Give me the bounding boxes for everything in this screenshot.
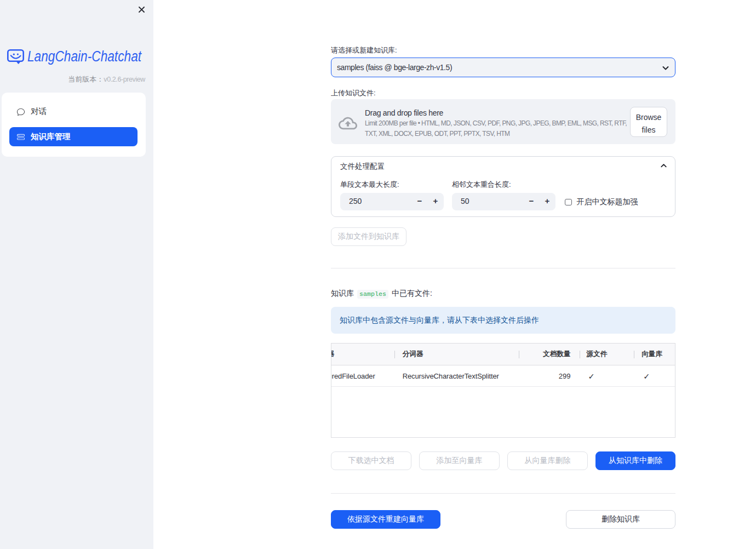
logo: LangChain-Chatchat — [7, 48, 146, 65]
hdd-stack-icon — [17, 133, 25, 141]
column-header-loader-label: 文档加载器 — [331, 350, 334, 359]
column-header-in-folder[interactable]: 源文件 — [580, 344, 634, 365]
overlap-decrement-button[interactable]: − — [523, 193, 540, 210]
cloud-upload-icon — [339, 114, 357, 133]
cell-loader-text: UnstructuredFileLoader — [331, 372, 375, 380]
file-uploader-dropzone[interactable]: Drag and drop files here Limit 200MB per… — [331, 99, 675, 144]
kb-select[interactable]: samples (faiss @ bge-large-zh-v1.5) — [331, 58, 675, 77]
chunk-size-increment-button[interactable]: + — [427, 193, 444, 210]
kb-name-code: samples — [357, 290, 388, 299]
kb-files-table[interactable]: 文档加载器 分词器 文档数量 源文件 向量库 UnstructuredFileL… — [331, 343, 675, 438]
chunk-size-decrement-button[interactable]: − — [411, 193, 428, 210]
overlap-value: 50 — [461, 197, 469, 205]
table-header-row: 文档加载器 分词器 文档数量 源文件 向量库 — [331, 344, 675, 365]
add-to-vectorstore-button[interactable]: 添加至向量库 — [419, 451, 500, 470]
rebuild-vectorstore-button[interactable]: 依据源文件重建向量库 — [331, 510, 440, 529]
kb-select-value: samples (faiss @ bge-large-zh-v1.5) — [337, 63, 452, 72]
chat-icon — [17, 108, 25, 116]
file-config-expander: 文件处理配置 单段文本最大长度: 相邻文本重合长度: 250 − + 50 − … — [331, 156, 675, 217]
cell-in-db: ✓ — [634, 366, 675, 386]
menu-item-label: 知识库管理 — [31, 131, 71, 142]
checkbox-label: 开启中文标题加强 — [577, 197, 638, 207]
logo-text: LangChain-Chatchat — [27, 48, 141, 65]
dropzone-title: Drag and drop files here — [365, 108, 630, 117]
kb-files-prefix: 知识库 — [331, 289, 354, 298]
chunk-size-input[interactable]: 250 − + — [340, 193, 444, 210]
browse-files-button[interactable]: Browse files — [630, 107, 667, 137]
overlap-increment-button[interactable]: + — [539, 193, 555, 210]
chevron-up-icon — [660, 162, 668, 170]
sidebar-menu: 对话 知识库管理 — [2, 93, 146, 157]
check-icon: ✓ — [643, 372, 650, 381]
add-files-button[interactable]: 添加文件到知识库 — [331, 227, 406, 246]
column-header-in-db[interactable]: 向量库 — [634, 344, 675, 365]
expander-title: 文件处理配置 — [340, 162, 385, 171]
cell-in-folder: ✓ — [580, 366, 634, 386]
overlap-input[interactable]: 50 − + — [452, 193, 555, 210]
uploader-label: 上传知识文件: — [331, 88, 376, 98]
column-header-splitter[interactable]: 分词器 — [394, 344, 519, 365]
dropzone-instructions: Drag and drop files here Limit 200MB per… — [365, 108, 630, 139]
column-header-count-label: 文档数量 — [543, 350, 570, 359]
column-header-splitter-label: 分词器 — [403, 350, 423, 359]
version-line: 当前版本：v0.2.6-preview — [68, 75, 145, 84]
info-alert-text: 知识库中包含源文件与向量库，请从下表中选择文件后操作 — [340, 316, 539, 325]
dropzone-limits: Limit 200MB per file • HTML, MD, JSON, C… — [365, 118, 630, 139]
cell-splitter: RecursiveCharacterTextSplitter — [394, 366, 519, 386]
chunk-size-value: 250 — [349, 197, 362, 205]
chevron-down-icon — [661, 64, 670, 72]
menu-item-knowledge-base[interactable]: 知识库管理 — [9, 127, 138, 146]
zh-title-enhance-checkbox[interactable]: 开启中文标题加强 — [565, 197, 638, 207]
check-icon: ✓ — [588, 372, 594, 381]
overlap-label: 相邻文本重合长度: — [452, 180, 511, 190]
menu-item-dialogue[interactable]: 对话 — [9, 102, 138, 121]
table-row[interactable]: UnstructuredFileLoader RecursiveCharacte… — [331, 366, 675, 387]
column-header-in-db-label: 向量库 — [642, 350, 662, 359]
expander-header[interactable]: 文件处理配置 — [331, 157, 675, 175]
menu-item-label: 对话 — [31, 106, 47, 117]
divider — [331, 268, 675, 268]
sidebar: LangChain-Chatchat 当前版本：v0.2.6-preview 对… — [0, 0, 153, 549]
sidebar-close-button[interactable] — [135, 3, 148, 16]
version-value: v0.2.6-preview — [104, 76, 145, 83]
delete-from-kb-button[interactable]: 从知识库中删除 — [595, 451, 675, 470]
close-icon — [139, 7, 145, 13]
cell-count-text: 299 — [559, 372, 571, 380]
chunk-size-label: 单段文本最大长度: — [340, 180, 399, 190]
column-header-loader[interactable]: 文档加载器 — [331, 344, 394, 365]
cell-splitter-text: RecursiveCharacterTextSplitter — [403, 372, 499, 380]
delete-from-vectorstore-button[interactable]: 从向量库删除 — [507, 451, 588, 470]
download-selected-button[interactable]: 下载选中文档 — [331, 451, 411, 470]
column-header-in-folder-label: 源文件 — [586, 350, 607, 359]
chatchat-logo-icon — [7, 49, 24, 64]
kb-select-label: 请选择或新建知识库: — [331, 45, 397, 55]
divider — [331, 493, 675, 494]
version-label: 当前版本： — [68, 75, 104, 83]
kb-files-suffix: 中已有文件: — [392, 289, 432, 298]
cell-count: 299 — [519, 366, 580, 386]
checkbox-box[interactable] — [565, 199, 572, 206]
cell-loader: UnstructuredFileLoader — [331, 366, 394, 386]
kb-files-heading: 知识库 samples 中已有文件: — [331, 289, 432, 299]
delete-kb-button[interactable]: 删除知识库 — [566, 510, 675, 529]
info-alert: 知识库中包含源文件与向量库，请从下表中选择文件后操作 — [331, 307, 675, 334]
column-header-count[interactable]: 文档数量 — [519, 344, 580, 365]
